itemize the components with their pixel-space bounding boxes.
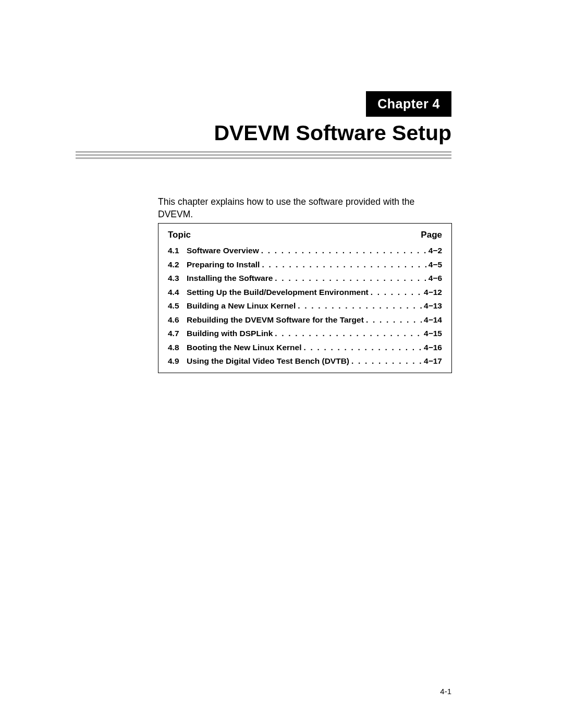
toc-entry-number: 4.6 [168, 316, 187, 324]
toc-entry[interactable]: 4.6 Rebuilding the DVEVM Software for th… [168, 316, 442, 324]
toc-entry-title: Using the Digital Video Test Bench (DVTB… [187, 357, 349, 365]
toc-header-page: Page [421, 230, 442, 240]
toc-entry-title: Building a New Linux Kernel [187, 302, 296, 310]
toc-entry-page: 4−16 [424, 343, 442, 352]
toc-entry-number: 4.1 [168, 246, 187, 255]
toc-entry[interactable]: 4.2 Preparing to Install 4−5 [168, 261, 442, 269]
toc-entry-title: Booting the New Linux Kernel [187, 343, 301, 352]
toc-entry-number: 4.7 [168, 329, 187, 338]
divider-rules [76, 151, 451, 161]
toc-entry[interactable]: 4.7 Building with DSPLink 4−15 [168, 329, 442, 338]
toc-entry-number: 4.8 [168, 343, 187, 352]
toc-dots [369, 288, 424, 297]
toc-entry-title: Installing the Software [187, 274, 273, 282]
chapter-intro: This chapter explains how to use the sof… [158, 196, 451, 220]
toc-dots [296, 302, 424, 310]
toc-header-row: Topic Page [168, 230, 442, 240]
rule-line [76, 157, 451, 159]
page: Chapter 4 DVEVM Software Setup This chap… [0, 0, 563, 728]
rule-line [76, 154, 451, 156]
chapter-title: DVEVM Software Setup [214, 121, 451, 145]
toc-dots [364, 316, 424, 324]
toc-entry-number: 4.3 [168, 274, 187, 282]
toc-entry[interactable]: 4.9 Using the Digital Video Test Bench (… [168, 357, 442, 365]
toc-box: Topic Page 4.1 Software Overview 4−2 4.2… [158, 223, 452, 373]
toc-entry-title: Setting Up the Build/Development Environ… [187, 288, 369, 297]
toc-entry-page: 4−12 [424, 288, 442, 297]
toc-entry-page: 4−14 [424, 316, 442, 324]
toc-entry-number: 4.5 [168, 302, 187, 310]
toc-entry-number: 4.4 [168, 288, 187, 297]
page-number: 4-1 [440, 687, 451, 696]
toc-entry[interactable]: 4.1 Software Overview 4−2 [168, 246, 442, 255]
toc-entry-title: Rebuilding the DVEVM Software for the Ta… [187, 316, 364, 324]
toc-entry[interactable]: 4.8 Booting the New Linux Kernel 4−16 [168, 343, 442, 352]
rule-line [76, 151, 451, 153]
toc-dots [260, 261, 428, 269]
toc-entry-page: 4−2 [429, 246, 442, 255]
toc-entry-page: 4−15 [424, 329, 442, 338]
toc-entry-number: 4.2 [168, 261, 187, 269]
toc-entry-page: 4−17 [424, 357, 442, 365]
toc-dots [349, 357, 424, 365]
toc-entry-page: 4−6 [429, 274, 442, 282]
toc-entry[interactable]: 4.4 Setting Up the Build/Development Env… [168, 288, 442, 297]
toc-entry-title: Software Overview [187, 246, 259, 255]
toc-dots [259, 246, 429, 255]
toc-entry-title: Building with DSPLink [187, 329, 273, 338]
toc-dots [301, 343, 424, 352]
toc-entry[interactable]: 4.3 Installing the Software 4−6 [168, 274, 442, 282]
toc-dots [273, 329, 424, 338]
toc-entry-number: 4.9 [168, 357, 187, 365]
toc-header-topic: Topic [168, 230, 191, 240]
toc-entry-title: Preparing to Install [187, 261, 260, 269]
toc-entry-page: 4−13 [424, 302, 442, 310]
chapter-label: Chapter 4 [366, 91, 451, 117]
toc-entry[interactable]: 4.5 Building a New Linux Kernel 4−13 [168, 302, 442, 310]
toc-dots [273, 274, 428, 282]
toc-entry-page: 4−5 [429, 261, 442, 269]
